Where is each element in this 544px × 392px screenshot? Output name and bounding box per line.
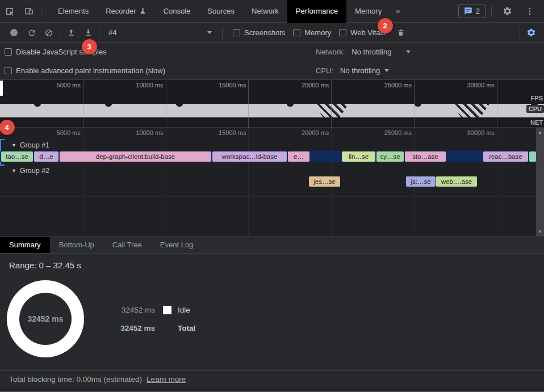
checkbox-box [5,48,12,56]
tab-performance[interactable]: Performance [287,0,346,23]
learn-more-link[interactable]: Learn more [147,375,186,383]
flame-bar[interactable]: reac…base [483,151,528,162]
cpu-overview-band [0,104,544,117]
flame-bar[interactable]: cy…se [376,151,404,162]
cpu-notch [287,104,294,107]
panel-tabs: ElementsRecorderConsoleSourcesNetworkPer… [49,0,390,23]
save-profile-button[interactable] [79,26,97,40]
delete-recording-button[interactable] [392,26,409,40]
detail-tab-call-tree[interactable]: Call Tree [103,237,151,253]
scroll-up-icon[interactable]: ▲ [536,128,544,136]
overview-tick-line [497,80,497,128]
legend-label: Idle [178,306,212,314]
chat-bubble-icon [464,7,472,15]
group-label[interactable]: ▼Group #1 [11,141,49,149]
legend-value: 32452 ms [116,306,155,314]
flame-bar[interactable]: d…e [34,151,58,162]
clear-button[interactable] [40,26,57,40]
profile-history-select[interactable]: #4 [105,26,216,40]
download-icon [84,28,93,37]
detail-tab-summary[interactable]: Summary [0,237,50,253]
tutorial-badge-2[interactable]: 2 [378,18,393,33]
overview-left-handle[interactable] [0,81,3,96]
tab-label: Sources [207,0,235,23]
checkbox-label: Memory [304,28,331,37]
trash-icon [397,28,405,37]
summary-donut-chart: 32452 ms [7,280,84,357]
tab-recorder[interactable]: Recorder [97,0,154,23]
load-profile-button[interactable] [62,26,79,40]
network-label: Network: [316,48,345,56]
flame-separator [0,196,536,197]
overview-tick-label: 5000 ms [57,82,81,88]
detail-tab-bottom-up[interactable]: Bottom-Up [50,237,103,253]
checkbox-box [293,29,300,36]
flame-bar[interactable]: e… [288,151,309,162]
group-name: Group #1 [20,141,49,149]
flame-chart[interactable]: 5000 ms10000 ms15000 ms20000 ms25000 ms3… [0,128,544,236]
flame-bar[interactable]: js:…se [406,176,436,187]
overview-tick-label: 10000 ms [136,82,163,88]
cpu-notch [415,104,421,107]
memory-checkbox[interactable]: Memory [293,28,331,37]
summary-panel: Range: 0 – 32.45 s 32452 ms 32452 msIdle… [0,254,544,370]
legend-row: 32452 msTotal [116,322,212,334]
net-overview-line [0,117,544,119]
tab-elements[interactable]: Elements [49,0,97,23]
flame-grid-line [166,128,166,236]
tutorial-badge-4[interactable]: 4 [0,120,15,135]
main-toolbar: ElementsRecorderConsoleSourcesNetworkPer… [0,0,544,23]
capture-settings-button[interactable] [522,26,539,40]
flame-scrollbar[interactable]: ▲ ▼ [536,128,544,236]
gear-icon [503,6,512,16]
flame-bar[interactable] [529,151,536,162]
checkbox-label: Screenshots [244,28,285,37]
toolbar-divider [41,6,41,17]
cpu-notch [34,104,41,107]
reload-and-record-button[interactable] [23,26,40,40]
cpu-throttle-select[interactable]: No throttling [340,66,389,75]
detail-tab-event-log[interactable]: Event Log [151,237,203,253]
more-tabs-button[interactable]: » [390,7,405,15]
flame-bar[interactable]: lin…se [342,151,375,162]
device-toolbar-icon [24,6,34,16]
cpu-throttle-control: CPU: No throttling [316,66,389,75]
record-button[interactable] [10,29,18,36]
screenshots-checkbox[interactable]: Screenshots [233,28,285,37]
advanced-paint-label: Enable advanced paint instrumentation (s… [16,66,165,75]
upload-icon [67,28,76,37]
menu-button[interactable] [520,3,539,19]
group-label[interactable]: ▼Group #2 [11,167,49,175]
scroll-down-icon[interactable]: ▼ [536,227,544,235]
cpu-lane-label: CPU [526,105,544,113]
advanced-paint-checkbox[interactable]: Enable advanced paint instrumentation (s… [5,66,165,75]
chevron-down-icon [406,50,411,53]
net-lane-label: NET [530,119,543,126]
flame-bar[interactable]: sto…ase [405,151,446,162]
tab-network[interactable]: Network [243,0,287,23]
feedback-chat-button[interactable]: 2 [458,5,486,18]
settings-button[interactable] [497,3,517,19]
three-dots-icon [525,7,534,16]
flame-bar[interactable]: tao…se [1,151,33,162]
network-throttle-select[interactable]: No throttling [351,48,411,56]
tab-console[interactable]: Console [155,0,199,23]
flame-bar[interactable]: workspac…ld-base [212,151,287,162]
toolbar-divider [60,27,60,39]
tab-label: Recorder [106,0,136,23]
legend-label: Total [178,324,212,332]
overview-tick-label: 25000 ms [384,82,412,88]
tab-sources[interactable]: Sources [199,0,243,23]
flame-bar[interactable]: web:…ase [436,176,477,187]
timeline-overview[interactable]: FPS CPU NET 5000 ms10000 ms15000 ms20000… [0,80,544,128]
range-text: Range: 0 – 32.45 s [9,260,81,270]
legend-swatch [163,306,171,314]
flame-bar[interactable]: jes…se [309,176,340,187]
flame-bar[interactable]: dep-graph-client:build-base [60,151,211,162]
tutorial-badge-3[interactable]: 3 [82,39,97,54]
footer-bar: Total blocking time: 0.00ms (estimated) … [0,370,544,387]
inspect-element-button[interactable] [0,3,19,19]
flask-icon [139,7,147,15]
chevron-down-icon [384,69,389,72]
device-toolbar-button[interactable] [19,3,39,19]
